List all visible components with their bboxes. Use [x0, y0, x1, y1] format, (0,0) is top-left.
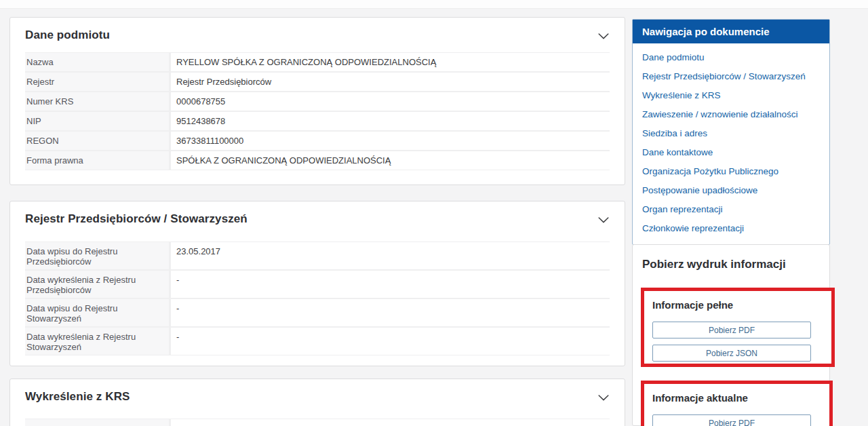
- table-row: Data wpisu do Rejestru Przedsiębiorców 2…: [25, 242, 610, 269]
- navigation-title: Nawigacja po dokumencie: [633, 20, 829, 43]
- row-value: 23.05.2017: [171, 242, 610, 269]
- panel-wykreslenie-z-krs: Wykreślenie z KRS: [9, 379, 625, 426]
- row-label: Numer KRS: [25, 92, 169, 111]
- table-row: Data wpisu do Rejestru Stowarzyszeń -: [25, 299, 610, 326]
- nav-item-organ-reprezentacji[interactable]: Organ reprezentacji: [633, 200, 829, 219]
- row-value: SPÓŁKA Z OGRANICZONĄ ODPOWIEDZIALNOŚCIĄ: [171, 151, 610, 170]
- rejestr-table: Data wpisu do Rejestru Przedsiębiorców 2…: [25, 241, 610, 355]
- nav-item-postepowanie-upadlosciowe[interactable]: Postępowanie upadłościowe: [633, 181, 829, 200]
- nav-item-organizacja-pozytku[interactable]: Organizacja Pożytku Publicznego: [633, 162, 829, 181]
- panel-title: Dane podmiotu: [25, 28, 110, 42]
- row-label: Nazwa: [25, 53, 169, 71]
- table-row: [25, 419, 610, 426]
- panel-dane-podmiotu-header[interactable]: Dane podmiotu: [10, 18, 625, 42]
- panel-dane-podmiotu: Dane podmiotu Nazwa RYELLOW SPÓŁKA Z OGR…: [9, 17, 625, 185]
- group-heading-informacje-aktualne: Informacje aktualne: [652, 392, 821, 404]
- panel-rejestr-przedsiebiorcow: Rejestr Przedsiębiorców / Stowarzyszeń D…: [9, 201, 625, 366]
- document-navigation: Nawigacja po dokumencie Dane podmiotu Re…: [632, 19, 830, 245]
- row-label: Data wykreślenia z Rejestru Stowarzyszeń: [25, 328, 169, 355]
- row-label: NIP: [25, 112, 169, 130]
- nav-item-siedziba-i-adres[interactable]: Siedziba i adres: [633, 124, 829, 143]
- download-panel-title: Pobierz wydruk informacji: [633, 245, 829, 271]
- table-row: Numer KRS 0000678755: [25, 92, 610, 111]
- row-value: -: [171, 299, 610, 326]
- pobierz-pdf-aktualne-button[interactable]: Pobierz PDF: [652, 414, 811, 426]
- table-row: Data wykreślenia z Rejestru Stowarzyszeń…: [25, 328, 610, 355]
- chevron-down-icon[interactable]: [598, 33, 609, 39]
- row-label: Data wpisu do Rejestru Przedsiębiorców: [25, 242, 169, 269]
- chevron-down-icon[interactable]: [598, 217, 609, 223]
- nav-item-czlonkowie-reprezentacji[interactable]: Członkowie reprezentacji: [633, 219, 829, 238]
- nav-item-dane-podmiotu[interactable]: Dane podmiotu: [633, 48, 829, 67]
- row-value: -: [171, 271, 610, 298]
- row-label: Rejestr: [25, 73, 169, 91]
- row-label: Forma prawna: [25, 151, 169, 170]
- navigation-list: Dane podmiotu Rejestr Przedsiębiorców / …: [633, 43, 829, 244]
- table-row: Nazwa RYELLOW SPÓŁKA Z OGRANICZONĄ ODPOW…: [25, 53, 610, 71]
- row-label: [25, 419, 169, 426]
- highlight-box-informacje-pelne: Informacje pełne Pobierz PDF Pobierz JSO…: [641, 288, 835, 367]
- row-value: 36733811100000: [171, 132, 610, 150]
- group-heading-informacje-pelne: Informacje pełne: [652, 299, 823, 311]
- panel-title: Wykreślenie z KRS: [25, 390, 130, 404]
- dane-podmiotu-table: Nazwa RYELLOW SPÓŁKA Z OGRANICZONĄ ODPOW…: [25, 52, 610, 170]
- row-value: 9512438678: [171, 112, 610, 130]
- panel-title: Rejestr Przedsiębiorców / Stowarzyszeń: [25, 212, 248, 226]
- table-row: NIP 9512438678: [25, 112, 610, 130]
- row-value: RYELLOW SPÓŁKA Z OGRANICZONĄ ODPOWIEDZIA…: [171, 53, 610, 71]
- row-value: 0000678755: [171, 92, 610, 111]
- row-value: Rejestr Przedsiębiorców: [171, 73, 610, 91]
- nav-item-dane-kontaktowe[interactable]: Dane kontaktowe: [633, 143, 829, 162]
- nav-item-wykreslenie-z-krs[interactable]: Wykreślenie z KRS: [633, 86, 829, 105]
- sidebar: Nawigacja po dokumencie Dane podmiotu Re…: [632, 0, 830, 426]
- table-row: Rejestr Rejestr Przedsiębiorców: [25, 73, 610, 91]
- pobierz-pdf-pelne-button[interactable]: Pobierz PDF: [652, 322, 811, 338]
- nav-item-rejestr-przedsiebiorcow[interactable]: Rejestr Przedsiębiorców / Stowarzyszeń: [633, 67, 829, 86]
- row-value: -: [171, 328, 610, 355]
- wykreslenie-table: [25, 419, 610, 426]
- row-label: REGON: [25, 132, 169, 150]
- highlight-box-informacje-aktualne: Informacje aktualne Pobierz PDF: [641, 381, 833, 426]
- table-row: Data wykreślenia z Rejestru Przedsiębior…: [25, 271, 610, 298]
- panel-rejestr-header[interactable]: Rejestr Przedsiębiorców / Stowarzyszeń: [10, 201, 625, 226]
- panel-wykreslenie-header[interactable]: Wykreślenie z KRS: [10, 379, 625, 404]
- row-label: Data wpisu do Rejestru Stowarzyszeń: [25, 299, 169, 326]
- nav-item-zawieszenie-wznowienie[interactable]: Zawieszenie / wznowienie działalności: [633, 105, 829, 124]
- download-printout-panel: Pobierz wydruk informacji Informacje peł…: [632, 244, 830, 426]
- pobierz-json-pelne-button[interactable]: Pobierz JSON: [652, 345, 811, 362]
- row-label: Data wykreślenia z Rejestru Przedsiębior…: [25, 271, 169, 298]
- row-value: [171, 419, 610, 426]
- table-row: REGON 36733811100000: [25, 132, 610, 150]
- table-row: Forma prawna SPÓŁKA Z OGRANICZONĄ ODPOWI…: [25, 151, 610, 170]
- chevron-down-icon[interactable]: [598, 395, 609, 401]
